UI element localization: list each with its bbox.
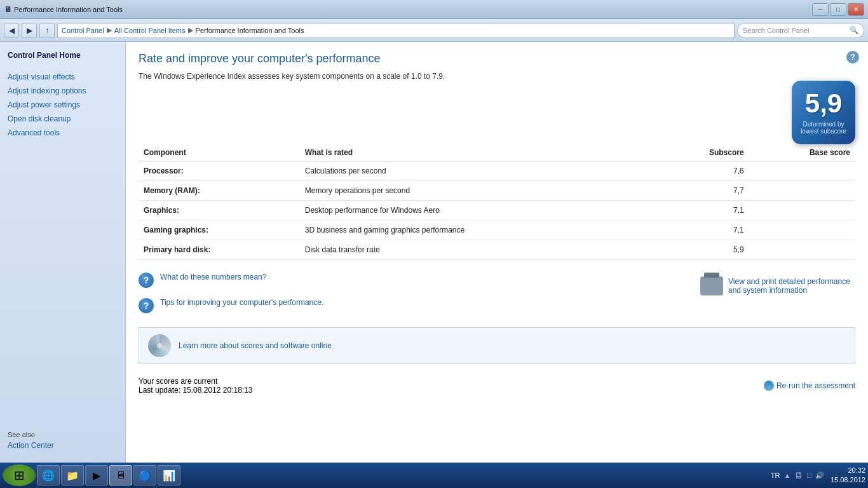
path-separator-1: ▶ bbox=[107, 26, 112, 34]
sidebar-item-advanced-tools[interactable]: Advanced tools bbox=[0, 126, 125, 140]
maximize-button[interactable]: □ bbox=[830, 3, 846, 16]
close-button[interactable]: ✕ bbox=[848, 3, 864, 16]
row-gaming-label: Gaming graphics: bbox=[139, 220, 300, 240]
table-section: 5,9 Determined by lowest subscore Compon… bbox=[139, 93, 855, 260]
question-icon-2: ? bbox=[139, 298, 154, 313]
row-gaming-basescore bbox=[749, 220, 855, 240]
titlebar-title: Performance Information and Tools bbox=[14, 6, 123, 13]
taskbar-chrome-button[interactable]: 🔵 bbox=[133, 465, 156, 485]
taskbar-explorer-button[interactable]: 📁 bbox=[61, 465, 84, 485]
score-badge: 5,9 Determined by lowest subscore bbox=[792, 81, 855, 144]
path-current: Performance Information and Tools bbox=[196, 27, 304, 34]
rerun-link[interactable]: Re-run the assessment bbox=[764, 381, 855, 391]
search-box[interactable]: Search Control Panel 🔍 bbox=[737, 23, 864, 38]
see-also-label: See also bbox=[8, 431, 118, 438]
page-title: Rate and improve your computer's perform… bbox=[139, 52, 855, 65]
path-root[interactable]: Control Panel bbox=[62, 27, 104, 34]
disk-icon bbox=[148, 334, 171, 357]
sidebar-item-power[interactable]: Adjust power settings bbox=[0, 98, 125, 112]
row-memory-score: 7,7 bbox=[655, 181, 749, 201]
row-harddisk-desc: Disk data transfer rate bbox=[300, 240, 655, 260]
sidebar-home-link[interactable]: Control Panel Home bbox=[0, 48, 125, 62]
row-processor-score: 7,6 bbox=[655, 161, 749, 181]
info-box-text: Learn more about scores and software onl… bbox=[179, 341, 332, 350]
network-icon: 🖥 bbox=[794, 470, 803, 480]
row-processor-basescore bbox=[749, 161, 855, 181]
back-button[interactable]: ◀ bbox=[4, 23, 19, 38]
table-row: Graphics: Desktop performance for Window… bbox=[139, 201, 855, 220]
row-harddisk-score: 5,9 bbox=[655, 240, 749, 260]
language-indicator: TR bbox=[771, 471, 780, 479]
search-icon: 🔍 bbox=[850, 26, 858, 34]
taskbar-ie-button[interactable]: 🌐 bbox=[37, 465, 60, 485]
row-graphics-basescore bbox=[749, 201, 855, 220]
titlebar-controls: ─ □ ✕ bbox=[812, 3, 864, 16]
globe-icon bbox=[764, 381, 774, 391]
status-line2: Last update: 15.08.2012 20:18:13 bbox=[139, 386, 253, 395]
taskbar-media-button[interactable]: ▶ bbox=[85, 465, 108, 485]
display-icon: □ bbox=[807, 471, 811, 479]
start-button[interactable]: ⊞ bbox=[3, 464, 36, 486]
row-graphics-desc: Desktop performance for Windows Aero bbox=[300, 201, 655, 220]
row-graphics-score: 7,1 bbox=[655, 201, 749, 220]
table-row: Primary hard disk: Disk data transfer ra… bbox=[139, 240, 855, 260]
taskbar-extra-button[interactable]: 📊 bbox=[158, 465, 180, 485]
sidebar-links: Adjust visual effects Adjust indexing op… bbox=[0, 70, 125, 140]
score-value: 5,9 bbox=[805, 90, 842, 117]
action-center-link[interactable]: Action Center bbox=[8, 441, 118, 450]
printer-icon bbox=[700, 276, 723, 295]
col-base-score: Base score bbox=[749, 144, 855, 161]
path-separator-2: ▶ bbox=[188, 26, 193, 34]
status-line1: Your scores are current bbox=[139, 377, 253, 386]
taskbar-clock[interactable]: 20:32 15.08.2012 bbox=[831, 466, 865, 485]
tips-link[interactable]: Tips for improving your computer's perfo… bbox=[160, 298, 323, 307]
row-gaming-desc: 3D business and gaming graphics performa… bbox=[300, 220, 655, 240]
table-header-row: Component What is rated Subscore Base sc… bbox=[139, 144, 855, 161]
titlebar: 🖥 Performance Information and Tools ─ □ … bbox=[0, 0, 868, 19]
forward-button[interactable]: ▶ bbox=[22, 23, 37, 38]
sidebar-bottom: See also Action Center bbox=[0, 424, 125, 456]
what-numbers-link[interactable]: What do these numbers mean? bbox=[160, 273, 266, 281]
row-processor-desc: Calculations per second bbox=[300, 161, 655, 181]
taskbar: ⊞ 🌐 📁 ▶ 🖥 🔵 📊 TR ▲ 🖥 □ 🔊 20:32 15.08.201… bbox=[0, 463, 868, 488]
view-print-area: View and print detailed performance and … bbox=[700, 276, 855, 295]
score-label: Determined by lowest subscore bbox=[801, 121, 846, 135]
view-print-link[interactable]: View and print detailed performance and … bbox=[728, 277, 855, 295]
page-subtitle: The Windows Experience Index assesses ke… bbox=[139, 72, 855, 81]
rerun-label: Re-run the assessment bbox=[776, 381, 855, 390]
address-path: Control Panel ▶ All Control Panel Items … bbox=[57, 23, 735, 38]
minimize-button[interactable]: ─ bbox=[812, 3, 829, 16]
score-label-line1: Determined by bbox=[803, 121, 844, 128]
up-button[interactable]: ↑ bbox=[39, 23, 55, 38]
table-row: Memory (RAM): Memory operations per seco… bbox=[139, 181, 855, 201]
sidebar-item-indexing[interactable]: Adjust indexing options bbox=[0, 84, 125, 98]
system-tray: TR ▲ 🖥 □ 🔊 bbox=[766, 470, 829, 480]
addressbar: ◀ ▶ ↑ Control Panel ▶ All Control Panel … bbox=[0, 19, 868, 42]
link-tips-text: Tips for improving your computer's perfo… bbox=[160, 298, 323, 307]
help-icon[interactable]: ? bbox=[846, 51, 859, 64]
sidebar-item-disk-cleanup[interactable]: Open disk cleanup bbox=[0, 112, 125, 126]
table-row: Gaming graphics: 3D business and gaming … bbox=[139, 220, 855, 240]
score-label-line2: lowest subscore bbox=[801, 128, 846, 135]
table-row: Processor: Calculations per second 7,6 bbox=[139, 161, 855, 181]
status-section: Your scores are current Last update: 15.… bbox=[139, 377, 855, 395]
path-level1[interactable]: All Control Panel Items bbox=[114, 27, 186, 34]
col-component: Component bbox=[139, 144, 300, 161]
titlebar-left: 🖥 Performance Information and Tools bbox=[4, 5, 123, 14]
learn-more-link[interactable]: Learn more about scores and software onl… bbox=[179, 341, 332, 350]
row-harddisk-label: Primary hard disk: bbox=[139, 240, 300, 260]
clock-time: 20:32 bbox=[831, 466, 865, 475]
sidebar-item-visual-effects[interactable]: Adjust visual effects bbox=[0, 70, 125, 84]
row-memory-label: Memory (RAM): bbox=[139, 181, 300, 201]
clock-date: 15.08.2012 bbox=[831, 475, 865, 485]
row-gaming-score: 7,1 bbox=[655, 220, 749, 240]
search-placeholder: Search Control Panel bbox=[743, 27, 810, 34]
content-area: ? Rate and improve your computer's perfo… bbox=[126, 42, 868, 463]
sidebar: Control Panel Home Adjust visual effects… bbox=[0, 42, 126, 463]
taskbar-active-window[interactable]: 🖥 bbox=[109, 465, 132, 485]
question-icon-1: ? bbox=[139, 273, 154, 288]
link-tips: ? Tips for improving your computer's per… bbox=[139, 298, 855, 313]
row-memory-basescore bbox=[749, 181, 855, 201]
row-graphics-label: Graphics: bbox=[139, 201, 300, 220]
row-memory-desc: Memory operations per second bbox=[300, 181, 655, 201]
